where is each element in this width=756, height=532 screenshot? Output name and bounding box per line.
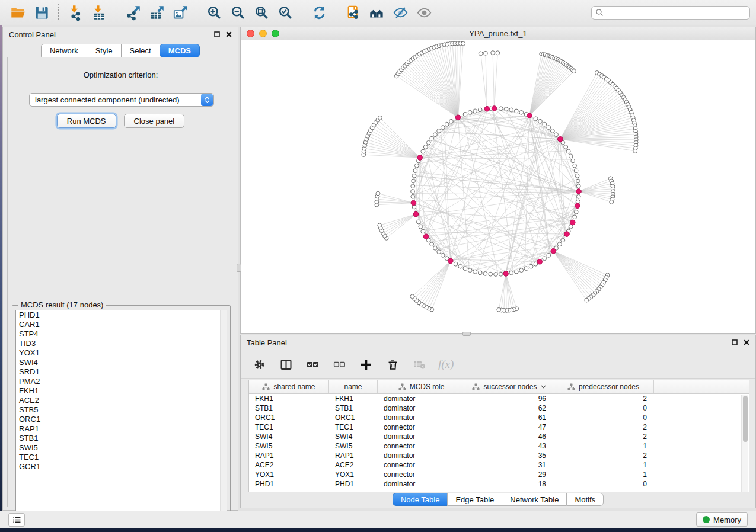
graph-node[interactable] — [571, 159, 575, 163]
save-session-button[interactable] — [30, 2, 53, 23]
graph-hub-node[interactable] — [448, 258, 453, 264]
graph-hub-node[interactable] — [503, 271, 509, 277]
graph-node[interactable] — [519, 110, 524, 114]
graph-leaf-node[interactable] — [484, 51, 488, 55]
graph-node[interactable] — [514, 109, 518, 113]
select-all-rows-button[interactable] — [305, 357, 320, 372]
graph-node[interactable] — [426, 140, 430, 145]
graph-node[interactable] — [576, 179, 580, 183]
graph-node[interactable] — [423, 145, 428, 149]
optimization-criterion-select[interactable]: largest connected component (undirected) — [29, 93, 214, 107]
graph-node[interactable] — [441, 253, 445, 257]
mcds-result-list[interactable]: PHD1CAR1STP4TID3YOX1SWI4SRD1PMA2FKH1ACE2… — [15, 310, 227, 520]
graph-node[interactable] — [419, 225, 423, 229]
graph-node[interactable] — [576, 184, 580, 188]
graph-node[interactable] — [509, 271, 513, 275]
show-network-overview-button[interactable] — [365, 2, 388, 23]
scrollbar-thumb[interactable] — [743, 396, 748, 442]
graph-node[interactable] — [478, 108, 482, 112]
graph-node[interactable] — [574, 210, 578, 214]
mcds-result-item[interactable]: SWI5 — [16, 443, 227, 453]
graph-node[interactable] — [468, 110, 472, 114]
graph-node[interactable] — [534, 117, 538, 121]
graph-node[interactable] — [564, 145, 568, 149]
table-row[interactable]: TEC1TEC1connector472 — [249, 422, 749, 432]
graph-node[interactable] — [524, 267, 528, 271]
table-row[interactable]: SWI4SWI4dominator462 — [249, 432, 749, 441]
graph-hub-node[interactable] — [527, 113, 532, 118]
graph-node[interactable] — [421, 149, 425, 153]
graph-hub-node[interactable] — [492, 106, 497, 111]
add-column-button[interactable] — [358, 357, 374, 372]
graph-hub-node[interactable] — [576, 189, 582, 194]
graph-leaf-node[interactable] — [378, 223, 382, 227]
export-image-button[interactable] — [168, 2, 192, 23]
graph-node[interactable] — [478, 271, 482, 275]
zoom-in-button[interactable] — [202, 2, 226, 23]
graph-node[interactable] — [557, 242, 562, 246]
zoom-out-button[interactable] — [226, 2, 250, 23]
graph-node[interactable] — [499, 272, 503, 276]
import-network-button[interactable] — [63, 2, 87, 23]
mcds-result-item[interactable]: TID3 — [16, 339, 227, 348]
graph-node[interactable] — [473, 109, 477, 113]
graph-node[interactable] — [412, 174, 416, 178]
show-graphics-details-button[interactable] — [412, 2, 436, 23]
graph-node[interactable] — [433, 133, 438, 137]
graph-node[interactable] — [411, 184, 415, 188]
graph-node[interactable] — [483, 271, 487, 275]
graph-node[interactable] — [473, 270, 477, 274]
table-row[interactable]: FKH1FKH1dominator962 — [249, 394, 749, 403]
table-row[interactable]: YOX1YOX1connector291 — [249, 470, 749, 479]
mcds-result-item[interactable]: FKH1 — [16, 386, 227, 396]
graph-node[interactable] — [454, 262, 458, 266]
network-graph-canvas[interactable] — [241, 40, 755, 333]
graph-node[interactable] — [411, 190, 415, 194]
graph-hub-node[interactable] — [570, 220, 576, 225]
graph-hub-node[interactable] — [575, 203, 580, 209]
graph-node[interactable] — [437, 129, 441, 133]
graph-node[interactable] — [441, 126, 445, 130]
graph-hub-node[interactable] — [484, 106, 490, 111]
mcds-result-item[interactable]: PMA2 — [16, 377, 227, 386]
mcds-result-item[interactable]: SWI4 — [16, 358, 227, 367]
delete-column-button[interactable] — [385, 357, 400, 372]
mcds-result-item[interactable]: ACE2 — [16, 396, 227, 405]
graph-leaf-node[interactable] — [410, 294, 414, 299]
graph-node[interactable] — [569, 154, 573, 158]
zoom-selected-button[interactable] — [273, 2, 297, 23]
tab-edge-table[interactable]: Edge Table — [447, 493, 502, 506]
column-settings-gear-button[interactable] — [251, 357, 267, 372]
float-panel-icon[interactable] — [214, 31, 220, 37]
graph-leaf-node[interactable] — [633, 149, 637, 153]
table-vertical-scrollbar[interactable] — [741, 395, 748, 492]
run-mcds-button[interactable]: Run MCDS — [57, 114, 116, 128]
table-row[interactable]: PHD1PHD1dominator180 — [249, 479, 749, 489]
graph-leaf-node[interactable] — [497, 307, 501, 312]
mcds-result-item[interactable]: STB5 — [16, 405, 227, 415]
column-header-predecessor-nodes[interactable]: predecessor nodes — [553, 380, 654, 393]
graph-hub-node[interactable] — [537, 259, 543, 264]
column-header-MCDS-role[interactable]: MCDS role — [378, 380, 465, 393]
table-row[interactable]: STB1STB1dominator620 — [249, 403, 749, 413]
memory-button[interactable]: Memory — [696, 512, 748, 527]
network-window-titlebar[interactable]: YPA_prune.txt_1 — [241, 27, 755, 40]
toggle-panel-columns-button[interactable] — [278, 357, 294, 372]
table-row[interactable]: ACE2ACE2connector311 — [249, 460, 749, 470]
graph-node[interactable] — [509, 108, 513, 112]
graph-node[interactable] — [430, 242, 434, 246]
mcds-result-item[interactable]: CAR1 — [16, 320, 227, 329]
mcds-result-item[interactable]: YOX1 — [16, 348, 227, 358]
graph-node[interactable] — [416, 220, 420, 224]
new-network-from-selection-button[interactable] — [341, 2, 365, 23]
graph-node[interactable] — [576, 194, 580, 198]
graph-node[interactable] — [463, 112, 467, 116]
search-input[interactable] — [604, 8, 746, 17]
table-row[interactable]: SWI5SWI5connector431 — [249, 441, 749, 451]
tab-mcds[interactable]: MCDS — [160, 44, 200, 57]
graph-leaf-node[interactable] — [461, 41, 465, 46]
graph-node[interactable] — [463, 267, 467, 271]
graph-node[interactable] — [414, 164, 419, 168]
graph-node[interactable] — [543, 257, 547, 261]
graph-leaf-node[interactable] — [572, 69, 576, 73]
